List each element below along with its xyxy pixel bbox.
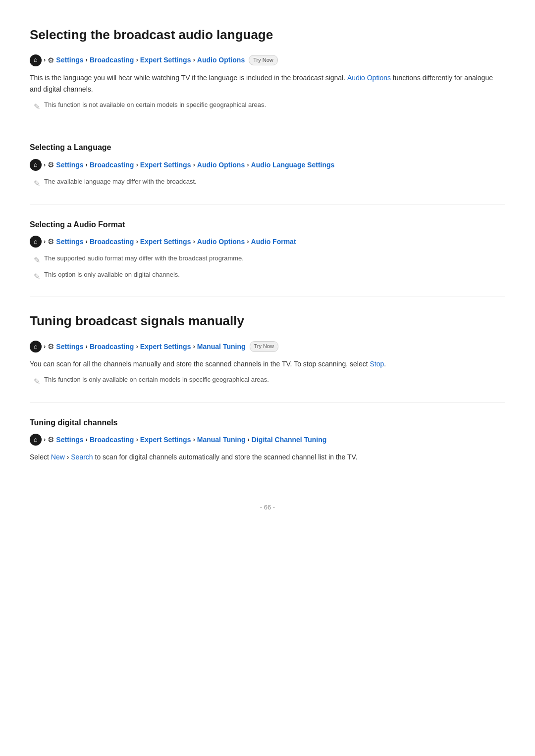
section2-title: Selecting a Language [30, 141, 505, 154]
section1-body: This is the language you will hear while… [30, 72, 505, 95]
search-link[interactable]: Search [71, 453, 93, 461]
bc-audio-options2[interactable]: Audio Options [197, 159, 245, 170]
home-icon3: ⌂ [30, 236, 42, 248]
pencil-icon3: ✎ [34, 254, 40, 267]
section5-body: Select New › Search to scan for digital … [30, 452, 505, 463]
bc-audio-options3[interactable]: Audio Options [197, 236, 245, 247]
section1-breadcrumb: ⌂ › ⚙ Settings › Broadcasting › Expert S… [30, 54, 505, 66]
settings-icon4: ⚙ [48, 341, 54, 353]
section5-breadcrumb: ⌂ › ⚙ Settings › Broadcasting › Expert S… [30, 434, 505, 446]
section4-body: You can scan for all the channels manual… [30, 358, 505, 370]
bc-broadcasting4[interactable]: Broadcasting [90, 341, 134, 352]
bc-expert1[interactable]: Expert Settings [140, 54, 191, 65]
divider3 [30, 297, 505, 297]
section1-note1: ✎ This function is not available on cert… [34, 100, 505, 113]
section2-breadcrumb: ⌂ › ⚙ Settings › Broadcasting › Expert S… [30, 159, 505, 171]
bc-settings3[interactable]: Settings [56, 236, 83, 247]
bc-expert4[interactable]: Expert Settings [140, 341, 191, 352]
home-icon2: ⌂ [30, 159, 42, 171]
bc-broadcasting3[interactable]: Broadcasting [90, 236, 134, 247]
home-icon4: ⌂ [30, 341, 42, 353]
section2-note1: ✎ The available language may differ with… [34, 177, 505, 190]
bc-expert2[interactable]: Expert Settings [140, 159, 191, 170]
bc-audio-language-settings[interactable]: Audio Language Settings [251, 159, 335, 170]
settings-icon5: ⚙ [48, 434, 54, 446]
section4-note1: ✎ This function is only available on cer… [34, 375, 505, 388]
try-now-badge1[interactable]: Try Now [249, 55, 278, 66]
try-now-badge4[interactable]: Try Now [250, 341, 279, 352]
audio-options-link1[interactable]: Audio Options [347, 74, 391, 82]
bc-manual-tuning2[interactable]: Manual Tuning [197, 434, 246, 445]
section4-breadcrumb: ⌂ › ⚙ Settings › Broadcasting › Expert S… [30, 341, 505, 353]
bc-expert3[interactable]: Expert Settings [140, 236, 191, 247]
pencil-icon1: ✎ [34, 101, 40, 113]
divider2 [30, 204, 505, 204]
bc-settings1[interactable]: Settings [56, 54, 83, 65]
bc-expert5[interactable]: Expert Settings [140, 434, 191, 445]
pencil-icon5: ✎ [34, 375, 40, 388]
home-icon: ⌂ [30, 54, 42, 66]
section-selecting-language: Selecting a Language ⌂ › ⚙ Settings › Br… [30, 141, 505, 190]
section-digital-channels: Tuning digital channels ⌂ › ⚙ Settings ›… [30, 416, 505, 463]
bc-digital-channel-tuning[interactable]: Digital Channel Tuning [252, 434, 326, 445]
new-link[interactable]: New [51, 453, 65, 461]
bc-audio-format[interactable]: Audio Format [251, 236, 296, 247]
section1-title: Selecting the broadcast audio language [30, 25, 505, 46]
divider4 [30, 402, 505, 403]
home-icon5: ⌂ [30, 434, 42, 446]
section3-note1: ✎ The supported audio format may differ … [34, 253, 505, 267]
bc-settings2[interactable]: Settings [56, 159, 83, 170]
bc-broadcasting1[interactable]: Broadcasting [90, 54, 134, 65]
section-broadcast-audio-language: Selecting the broadcast audio language ⌂… [30, 25, 505, 113]
bc-manual-tuning[interactable]: Manual Tuning [197, 341, 246, 352]
bc-settings4[interactable]: Settings [56, 341, 83, 352]
section-audio-format: Selecting a Audio Format ⌂ › ⚙ Settings … [30, 218, 505, 283]
section3-breadcrumb: ⌂ › ⚙ Settings › Broadcasting › Expert S… [30, 236, 505, 248]
bc-audio-options1[interactable]: Audio Options [197, 54, 245, 65]
section4-title: Tuning broadcast signals manually [30, 311, 505, 332]
page-footer: - 66 - [30, 493, 505, 513]
section-tuning-manually: Tuning broadcast signals manually ⌂ › ⚙ … [30, 311, 505, 388]
settings-icon1: ⚙ [48, 54, 54, 66]
settings-icon2: ⚙ [48, 159, 54, 171]
separator1: › [44, 55, 46, 65]
bc-settings5[interactable]: Settings [56, 434, 83, 445]
bc-broadcasting5[interactable]: Broadcasting [90, 434, 134, 445]
bc-broadcasting2[interactable]: Broadcasting [90, 159, 134, 170]
pencil-icon4: ✎ [34, 270, 40, 283]
divider1 [30, 127, 505, 127]
section3-title: Selecting a Audio Format [30, 218, 505, 231]
section3-note2: ✎ This option is only available on digit… [34, 270, 505, 283]
pencil-icon2: ✎ [34, 177, 40, 190]
settings-icon3: ⚙ [48, 236, 54, 248]
section5-title: Tuning digital channels [30, 416, 505, 429]
stop-link[interactable]: Stop [370, 360, 384, 368]
